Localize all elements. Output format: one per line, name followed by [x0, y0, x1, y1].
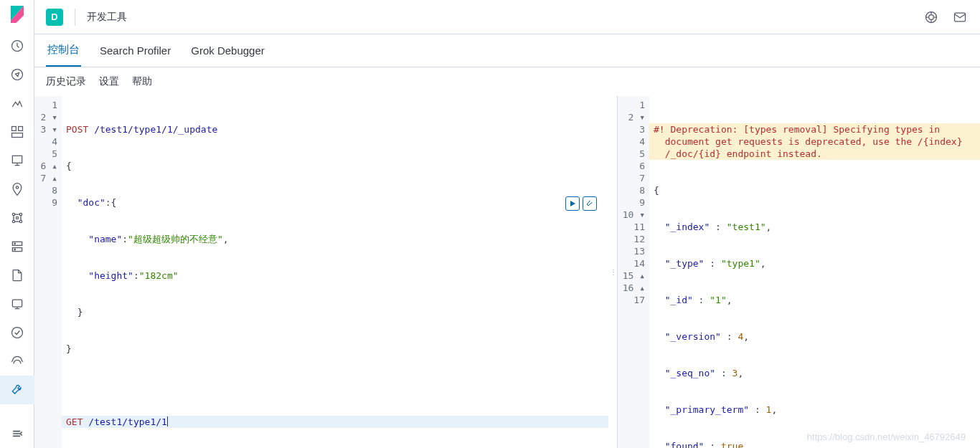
svg-rect-5 [18, 127, 22, 131]
console-subnav: 历史记录 设置 帮助 [34, 67, 980, 96]
response-pane: 1 2 ▾ 3 4 5 6 7 8 9 10 ▾ 11 12 13 14 15 … [617, 96, 980, 448]
request-gutter: 1 2 ▾ 3 ▾ 4 5 6 ▴ 7 ▴ 8 9 [34, 96, 62, 448]
svg-point-8 [16, 186, 18, 189]
pane-resizer[interactable]: ⋮ [608, 96, 617, 448]
svg-point-19 [11, 328, 22, 338]
tabs: 控制台 Search Profiler Grok Debugger [34, 34, 980, 67]
nav-uptime-icon[interactable] [0, 318, 34, 347]
tab-console[interactable]: 控制台 [46, 34, 81, 67]
kibana-logo [9, 6, 26, 23]
nav-discover-icon[interactable] [0, 60, 34, 89]
tab-search-profiler[interactable]: Search Profiler [98, 36, 172, 67]
app-badge: D [46, 9, 63, 26]
nav-apm-icon[interactable] [0, 290, 34, 318]
subnav-history[interactable]: 历史记录 [46, 75, 86, 88]
topbar: D 开发工具 [34, 0, 980, 34]
breadcrumb-title: 开发工具 [87, 11, 127, 24]
svg-rect-7 [12, 156, 22, 163]
response-gutter: 1 2 ▾ 3 4 5 6 7 8 9 10 ▾ 11 12 13 14 15 … [618, 96, 649, 448]
nav-devtools-icon[interactable] [0, 376, 34, 404]
request-pane: 1 2 ▾ 3 ▾ 4 5 6 ▴ 7 ▴ 8 9 POST /test1/ty… [34, 96, 608, 448]
request-actions [565, 196, 597, 211]
svg-point-17 [14, 249, 15, 250]
nav-canvas-icon[interactable] [0, 146, 34, 175]
svg-rect-6 [11, 133, 22, 138]
svg-rect-18 [12, 300, 22, 307]
breadcrumb-separator [75, 9, 75, 26]
editor-area: 1 2 ▾ 3 ▾ 4 5 6 ▴ 7 ▴ 8 9 POST /test1/ty… [34, 96, 980, 448]
svg-point-3 [11, 70, 22, 80]
svg-point-16 [14, 243, 15, 244]
svg-point-12 [19, 220, 22, 222]
main-content: D 开发工具 控制台 Search Profiler Grok Debugger… [34, 0, 980, 448]
send-request-button[interactable] [565, 196, 580, 211]
nav-siem-icon[interactable] [0, 347, 34, 376]
svg-point-11 [12, 220, 14, 222]
nav-infra-icon[interactable] [0, 232, 34, 261]
feedback-icon[interactable] [951, 9, 969, 26]
nav-visualize-icon[interactable] [0, 89, 34, 118]
nav-recent-icon[interactable] [0, 32, 34, 60]
tab-grok-debugger[interactable]: Grok Debugger [189, 36, 266, 67]
left-sidebar [0, 0, 34, 448]
request-options-button[interactable] [583, 196, 597, 211]
help-icon[interactable] [923, 9, 940, 26]
nav-maps-icon[interactable] [0, 175, 34, 204]
svg-rect-4 [11, 127, 16, 131]
subnav-help[interactable]: 帮助 [132, 75, 152, 88]
svg-point-13 [16, 216, 18, 219]
nav-ml-icon[interactable] [0, 204, 34, 232]
svg-rect-22 [955, 13, 966, 22]
response-viewer[interactable]: #! Deprecation: [types removal] Specifyi… [649, 96, 980, 448]
svg-point-9 [12, 213, 14, 215]
nav-collapse-icon[interactable] [0, 419, 34, 448]
subnav-settings[interactable]: 设置 [99, 75, 119, 88]
request-editor[interactable]: POST /test1/type1/1/_update { "doc":{ "n… [62, 96, 608, 448]
nav-dashboard-icon[interactable] [0, 118, 34, 146]
svg-point-21 [929, 14, 934, 19]
nav-logs-icon[interactable] [0, 261, 34, 290]
svg-point-10 [19, 213, 22, 215]
